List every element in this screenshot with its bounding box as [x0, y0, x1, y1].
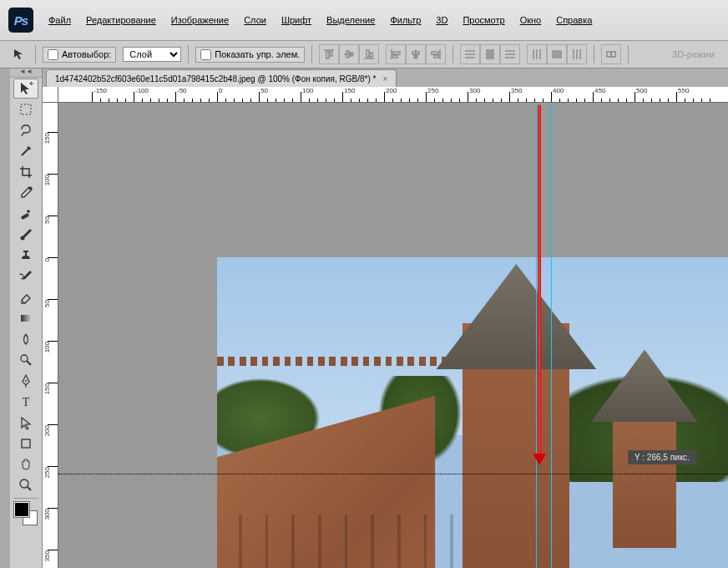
lasso-tool[interactable]	[13, 120, 38, 140]
vertical-ruler[interactable]: 15010050050100150200250300350	[43, 103, 58, 568]
svg-rect-1	[326, 52, 329, 58]
menu-help[interactable]: Справка	[549, 12, 599, 28]
history-brush-tool[interactable]	[13, 266, 38, 287]
move-tool[interactable]	[13, 79, 38, 99]
brush-tool[interactable]	[13, 225, 38, 245]
canvas[interactable]: Y : 266,5 пикс.	[58, 103, 728, 568]
canvas-image	[217, 257, 728, 568]
align-right-button[interactable]	[426, 44, 446, 64]
foreground-background-colors[interactable]	[14, 502, 38, 525]
menu-filter[interactable]: Фильтр	[383, 12, 427, 28]
svg-rect-48	[22, 439, 30, 448]
close-tab-button[interactable]: ×	[382, 74, 387, 84]
menu-layer[interactable]: Слои	[237, 12, 273, 28]
toolbox: ◄◄ T	[10, 68, 43, 568]
svg-point-39	[29, 187, 33, 190]
crop-tool[interactable]	[13, 162, 38, 182]
svg-rect-30	[553, 51, 554, 58]
svg-rect-8	[370, 53, 372, 57]
svg-rect-7	[367, 50, 369, 57]
show-transform-checkbox[interactable]: Показать упр. элем.	[195, 47, 305, 63]
svg-point-49	[20, 479, 28, 488]
document-tabs: 1d4742402b52cf603e60e11c5d01a798415c2b48…	[43, 68, 728, 87]
dist-hcenter-button[interactable]	[547, 44, 567, 64]
dist-vcenter-button[interactable]	[480, 44, 500, 64]
ps-logo-icon: Ps	[8, 8, 33, 33]
menu-edit[interactable]: Редактирование	[79, 12, 163, 28]
svg-text:T: T	[23, 396, 30, 408]
toolbox-expand-button[interactable]: ◄◄	[10, 68, 42, 78]
dist-top-button[interactable]	[460, 44, 480, 64]
svg-rect-21	[487, 50, 493, 52]
align-hcenter-button[interactable]	[406, 44, 426, 64]
guide-position-tooltip: Y : 266,5 пикс.	[628, 450, 696, 464]
svg-rect-2	[330, 52, 332, 56]
auto-select-target[interactable]: Слой	[123, 47, 181, 62]
document-tab[interactable]: 1d4742402b52cf603e60e11c5d01a798415c2b48…	[46, 69, 397, 87]
title-bar: Ps Файл Редактирование Изображение Слои …	[0, 0, 728, 41]
document-area: 1d4742402b52cf603e60e11c5d01a798415c2b48…	[43, 68, 728, 568]
menu-select[interactable]: Выделение	[320, 12, 382, 28]
menu-image[interactable]: Изображение	[164, 12, 235, 28]
distribute-v-group	[460, 44, 520, 64]
ruler-corner	[43, 87, 58, 103]
svg-rect-40	[21, 213, 30, 220]
svg-rect-38	[21, 104, 31, 114]
align-h-group	[386, 44, 446, 64]
svg-rect-23	[487, 57, 493, 58]
eraser-tool[interactable]	[13, 287, 38, 307]
marquee-tool[interactable]	[13, 99, 38, 119]
horizontal-guide-dragging[interactable]	[58, 474, 728, 474]
auto-align-group	[601, 44, 621, 64]
path-selection-tool[interactable]	[13, 413, 38, 433]
left-gutter	[0, 68, 10, 568]
blur-tool[interactable]	[13, 329, 38, 349]
dist-bottom-button[interactable]	[500, 44, 520, 64]
menu-file[interactable]: Файл	[42, 12, 78, 28]
svg-rect-37	[611, 52, 615, 57]
align-left-button[interactable]	[386, 44, 406, 64]
3d-mode-label: 3D-режим	[672, 49, 715, 59]
shape-tool[interactable]	[13, 434, 38, 454]
horizontal-ruler[interactable]: -150-100-5005010015020025030035040045050…	[58, 87, 728, 103]
eyedropper-tool[interactable]	[13, 183, 38, 203]
hand-tool[interactable]	[13, 454, 38, 474]
gradient-tool[interactable]	[13, 308, 38, 328]
healing-brush-tool[interactable]	[13, 204, 38, 224]
svg-point-41	[21, 236, 25, 241]
svg-point-46	[25, 380, 27, 382]
menu-3d[interactable]: 3D	[429, 12, 454, 28]
vertical-guide-2[interactable]	[551, 103, 552, 568]
svg-rect-44	[21, 315, 31, 322]
svg-rect-10	[393, 52, 400, 54]
align-top-button[interactable]	[319, 44, 339, 64]
dodge-tool[interactable]	[13, 350, 38, 370]
align-edges-group	[319, 44, 379, 64]
auto-select-checkbox[interactable]: Автовыбор:	[43, 47, 116, 63]
svg-rect-11	[393, 55, 397, 58]
svg-rect-17	[434, 55, 438, 58]
vertical-guide[interactable]	[536, 103, 537, 568]
distribute-h-group	[527, 44, 587, 64]
menu-window[interactable]: Окно	[513, 12, 549, 28]
align-bottom-button[interactable]	[359, 44, 379, 64]
svg-rect-31	[556, 51, 558, 58]
foreground-color-swatch[interactable]	[14, 502, 29, 517]
dist-right-button[interactable]	[567, 44, 587, 64]
menu-view[interactable]: Просмотр	[456, 12, 511, 28]
svg-rect-43	[23, 251, 28, 252]
type-tool[interactable]: T	[13, 392, 38, 412]
auto-align-button[interactable]	[601, 44, 621, 64]
magic-wand-tool[interactable]	[13, 141, 38, 161]
svg-rect-36	[607, 52, 611, 57]
options-bar: Автовыбор: Слой Показать упр. элем. 3D-р…	[0, 41, 728, 68]
annotation-arrow-head-icon	[533, 454, 546, 465]
dist-left-button[interactable]	[527, 44, 547, 64]
svg-rect-16	[432, 52, 438, 54]
pen-tool[interactable]	[13, 371, 38, 391]
menu-type[interactable]: Шрифт	[275, 12, 318, 28]
align-vcenter-button[interactable]	[339, 44, 359, 64]
zoom-tool[interactable]	[13, 475, 38, 495]
clone-stamp-tool[interactable]	[13, 246, 38, 266]
svg-rect-22	[487, 53, 493, 55]
